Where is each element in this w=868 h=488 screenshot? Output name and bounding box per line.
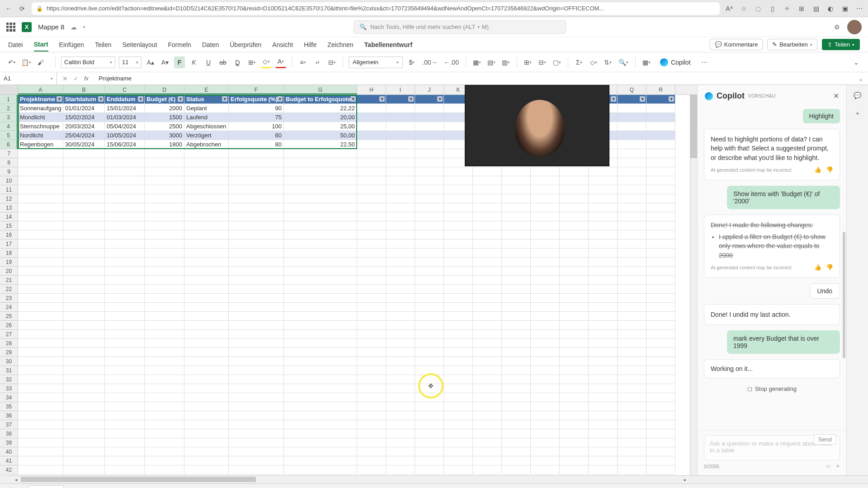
cell[interactable] <box>589 402 618 411</box>
cell[interactable] <box>105 375 145 384</box>
cell[interactable] <box>618 429 646 438</box>
fill-color-icon[interactable]: ◇▾ <box>261 56 272 68</box>
cell[interactable] <box>229 393 284 402</box>
cell[interactable] <box>184 221 229 230</box>
cell[interactable] <box>105 420 145 429</box>
cell[interactable] <box>105 348 145 357</box>
cell[interactable] <box>473 438 502 447</box>
cell[interactable] <box>284 239 357 249</box>
cell[interactable] <box>145 203 184 212</box>
increase-font-icon[interactable]: A▴ <box>145 56 156 68</box>
cell[interactable] <box>18 357 63 366</box>
row-header[interactable]: 12 <box>0 194 18 203</box>
cell[interactable] <box>105 465 145 474</box>
cell[interactable] <box>473 393 502 402</box>
cell[interactable] <box>560 402 589 411</box>
search-input[interactable]: 🔍 Nach Tools, Hilfe und mehr suchen (ALT… <box>354 20 566 34</box>
cell[interactable] <box>229 212 284 221</box>
cell[interactable] <box>145 393 184 402</box>
cell[interactable] <box>63 294 105 303</box>
cell[interactable] <box>473 303 502 312</box>
table-row[interactable] <box>18 239 675 249</box>
cell[interactable] <box>184 303 229 312</box>
row-header[interactable]: 40 <box>0 447 18 456</box>
cell[interactable] <box>229 456 284 465</box>
cell[interactable] <box>386 420 415 429</box>
row-header[interactable]: 38 <box>0 429 18 438</box>
cell[interactable] <box>502 267 531 276</box>
cell[interactable] <box>357 249 386 258</box>
cell[interactable] <box>502 203 531 212</box>
row-header[interactable]: 23 <box>0 294 18 303</box>
cell[interactable] <box>646 375 675 384</box>
row-header[interactable]: 41 <box>0 456 18 465</box>
insert-cells-icon[interactable]: ⊞▾ <box>523 56 533 68</box>
table-row[interactable] <box>18 267 675 276</box>
table-row[interactable] <box>18 185 675 194</box>
row-header[interactable]: 36 <box>0 411 18 420</box>
cell[interactable] <box>18 330 63 339</box>
cell[interactable] <box>284 294 357 303</box>
cell[interactable] <box>357 438 386 447</box>
cell[interactable] <box>531 429 560 438</box>
cell[interactable] <box>105 447 145 456</box>
cell[interactable] <box>502 429 531 438</box>
cell[interactable]: 100 <box>229 122 284 131</box>
cell[interactable] <box>357 131 386 140</box>
cell[interactable] <box>444 176 473 185</box>
cell[interactable] <box>386 366 415 375</box>
autosum-icon[interactable]: Σ▾ <box>574 56 585 68</box>
cell[interactable] <box>560 429 589 438</box>
cell[interactable] <box>184 158 229 167</box>
cell[interactable] <box>473 239 502 249</box>
cell[interactable] <box>284 411 357 420</box>
table-row[interactable] <box>18 285 675 294</box>
table-row[interactable] <box>18 203 675 212</box>
cell[interactable] <box>63 465 105 474</box>
cell[interactable] <box>357 212 386 221</box>
cell[interactable] <box>560 366 589 375</box>
currency-icon[interactable]: $▾ <box>406 56 417 68</box>
cell[interactable]: 90 <box>229 104 284 113</box>
thumbs-up-icon[interactable]: 👍 <box>814 263 821 272</box>
cell[interactable] <box>415 122 444 131</box>
cell[interactable] <box>184 149 229 158</box>
cell[interactable] <box>145 221 184 230</box>
copilot-toolbar-button[interactable]: Copilot <box>656 56 695 68</box>
share-button[interactable]: ⇪Teilen▾ <box>822 39 860 50</box>
cell[interactable] <box>531 447 560 456</box>
cell[interactable] <box>386 113 415 122</box>
cell[interactable] <box>18 384 63 393</box>
cell[interactable] <box>105 411 145 420</box>
cell[interactable] <box>444 339 473 348</box>
cell[interactable] <box>184 357 229 366</box>
cell[interactable] <box>473 203 502 212</box>
cell[interactable] <box>560 267 589 276</box>
table-header-cell[interactable]: Startdatum <box>63 95 105 104</box>
cell[interactable] <box>386 203 415 212</box>
app-icon[interactable]: ▣ <box>841 5 849 13</box>
cell[interactable] <box>18 185 63 194</box>
cell[interactable] <box>618 185 646 194</box>
merge-icon[interactable]: ⊟▾ <box>326 56 337 68</box>
cell[interactable] <box>415 239 444 249</box>
cell[interactable] <box>357 267 386 276</box>
cell[interactable] <box>473 194 502 203</box>
tab-ueberpruefen[interactable]: Überprüfen <box>230 38 261 51</box>
cell[interactable] <box>618 104 646 113</box>
cell[interactable] <box>229 429 284 438</box>
cell[interactable] <box>18 158 63 167</box>
cell[interactable] <box>105 212 145 221</box>
cell[interactable] <box>646 258 675 267</box>
cell[interactable] <box>415 258 444 267</box>
cell[interactable] <box>63 447 105 456</box>
cell[interactable] <box>618 267 646 276</box>
cell[interactable] <box>145 158 184 167</box>
cell[interactable] <box>386 140 415 149</box>
cell[interactable] <box>145 185 184 194</box>
cell[interactable] <box>18 294 63 303</box>
table-row[interactable] <box>18 167 675 176</box>
cell[interactable] <box>618 438 646 447</box>
col-header-F[interactable]: F <box>229 85 284 94</box>
cell[interactable] <box>531 366 560 375</box>
